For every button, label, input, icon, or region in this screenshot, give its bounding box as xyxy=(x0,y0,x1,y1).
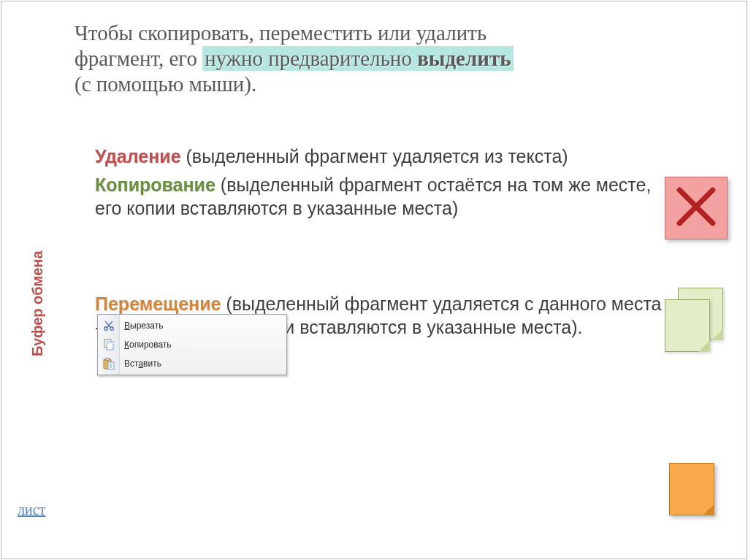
menu-cut-u: В xyxy=(124,321,130,331)
move-sheet xyxy=(669,463,714,515)
svg-rect-4 xyxy=(107,342,113,344)
scissors-icon xyxy=(102,319,115,332)
menu-copy-rest: опировать xyxy=(129,340,172,350)
text-delete: (выделенный фрагмент удаляется из текста… xyxy=(181,146,568,166)
title-line3: (с помощью мыши). xyxy=(75,72,256,96)
menu-paste-rest: вить xyxy=(143,358,161,369)
menu-paste-pre: Вст xyxy=(124,358,138,369)
close-x-icon xyxy=(673,184,719,232)
slide-content: Чтобы скопировать, переместить или удали… xyxy=(7,7,741,553)
menu-copy-u: К xyxy=(124,340,129,350)
menu-item-cut[interactable]: Вырезать xyxy=(98,316,286,335)
menu-spacer xyxy=(95,225,665,292)
para-copy: Копирование (выделенный фрагмент остаётс… xyxy=(95,173,665,220)
slide-title: Чтобы скопировать, переместить или удали… xyxy=(75,20,659,96)
title-line1: Чтобы скопировать, переместить или удали… xyxy=(75,21,486,45)
illustration-move xyxy=(666,460,717,518)
illustration-delete xyxy=(665,177,728,239)
copy-icon xyxy=(102,338,115,351)
sheet-link[interactable]: лист xyxy=(18,502,45,518)
title-line2a: фрагмент, его xyxy=(75,47,202,70)
para-delete: Удаление (выделенный фрагмент удаляется … xyxy=(95,145,665,169)
menu-cut-rest: ырезать xyxy=(130,321,163,331)
context-menu: Вырезать Копировать Вставить xyxy=(97,314,287,375)
menu-item-paste[interactable]: Вставить xyxy=(98,354,286,373)
svg-rect-6 xyxy=(106,358,110,361)
term-move: Перемещение xyxy=(95,294,221,314)
copy-sheet-front xyxy=(665,299,710,352)
title-highlight-bold: выделить xyxy=(417,47,511,70)
clipboard-label: Буфер обмена xyxy=(29,250,46,356)
title-highlight-a: нужно предварительно xyxy=(205,47,417,70)
term-copy: Копирование xyxy=(95,174,215,195)
paste-icon xyxy=(102,357,115,370)
menu-item-copy[interactable]: Копировать xyxy=(98,335,286,354)
illustration-copy xyxy=(665,288,723,352)
term-delete: Удаление xyxy=(95,146,181,166)
